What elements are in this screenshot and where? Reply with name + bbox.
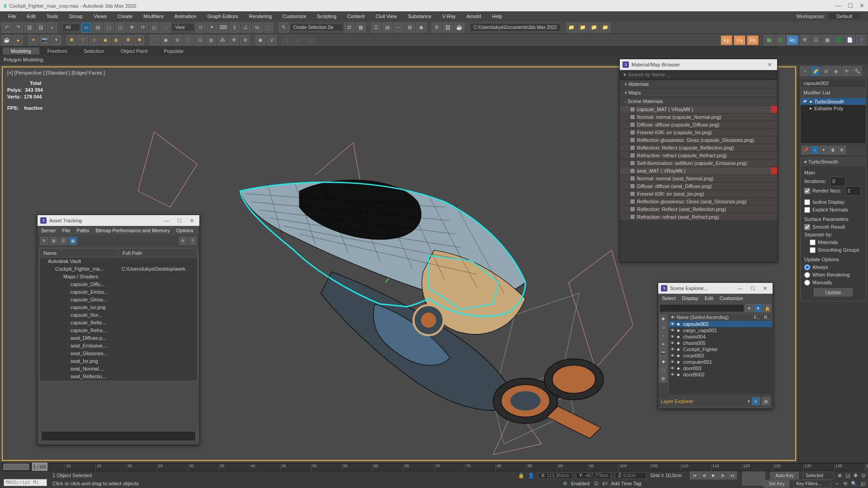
menu-substance[interactable]: Substance: [402, 12, 437, 20]
ribbon-tab-selection[interactable]: Selection: [75, 47, 112, 55]
filter-bone-icon[interactable]: ⊞: [659, 375, 667, 383]
area-icon[interactable]: ◆: [100, 35, 110, 45]
manipulate-icon[interactable]: ✦: [207, 23, 217, 33]
close-icon[interactable]: ✕: [859, 2, 864, 9]
key-filters-dropdown[interactable]: Key Filters...: [793, 480, 831, 488]
pivot-icon[interactable]: ⊙: [196, 23, 206, 33]
menu-file[interactable]: File: [3, 12, 22, 20]
maximize-icon[interactable]: ☐: [848, 2, 853, 9]
sphere-icon[interactable]: ●: [13, 35, 23, 45]
ribbon-tab-object paint[interactable]: Object Paint: [113, 47, 156, 55]
redo-icon[interactable]: ↷: [13, 23, 23, 33]
map-node[interactable]: Diffuse: diffuse (capsule_Diffuse.png): [620, 121, 777, 129]
scene-explorer-window[interactable]: 3 Scene Explorer... ― ☐ ✕ SelectDisplayE…: [658, 282, 773, 409]
menu-create[interactable]: Create: [112, 12, 138, 20]
omni-icon[interactable]: ✺: [66, 35, 76, 45]
scene-menu-select[interactable]: Select: [662, 296, 676, 301]
render-iters-spinner[interactable]: 2: [845, 186, 861, 196]
render-iters-check[interactable]: [804, 188, 810, 194]
photometric-icon[interactable]: ✹: [134, 35, 144, 45]
mat-editor-icon[interactable]: ◉: [416, 23, 426, 33]
unlink-icon[interactable]: ⛓: [36, 23, 46, 33]
tool-sep-icon[interactable]: |: [282, 35, 292, 45]
scene-object-row[interactable]: 👁◆chasis004: [669, 333, 772, 340]
scene-lock-icon[interactable]: 🔒: [763, 304, 771, 312]
pin-stack-icon[interactable]: 📌: [802, 146, 810, 154]
motion-tab-icon[interactable]: ◉: [831, 66, 841, 76]
filter-all-icon[interactable]: ◉: [659, 314, 667, 323]
ribbon-tab-populate[interactable]: Populate: [156, 47, 191, 55]
matbrowser-close-icon[interactable]: ✕: [765, 62, 774, 68]
filter-cam-icon[interactable]: 📷: [659, 349, 667, 357]
minimize-icon[interactable]: ―: [835, 2, 841, 9]
menu-views[interactable]: Views: [88, 12, 112, 20]
goto-start-icon[interactable]: |◂: [690, 471, 699, 479]
asset-row[interactable]: Maps / Shaders: [40, 273, 197, 281]
show-result-icon[interactable]: ⎌: [811, 146, 819, 154]
spinner-snap-icon[interactable]: ⬚: [264, 23, 274, 33]
teapot-icon[interactable]: ☕: [2, 35, 12, 45]
nav-4-icon[interactable]: ⊙: [861, 473, 865, 479]
scene-menu-customize[interactable]: Customize: [720, 296, 743, 301]
vis-icon[interactable]: 👁: [670, 360, 675, 364]
render-prod-icon[interactable]: ☕: [454, 23, 464, 33]
configure-icon[interactable]: ⚙: [838, 146, 846, 154]
filter-light-icon[interactable]: ☀: [659, 340, 667, 348]
asset-row[interactable]: seat_Normal....: [40, 365, 197, 373]
menu-v-ray[interactable]: V-Ray: [437, 12, 461, 20]
vis-icon[interactable]: 👁: [670, 347, 675, 352]
matbrowser-tree[interactable]: + Materials+ Maps- Scene Materialscapsul…: [620, 80, 777, 260]
scene-object-row[interactable]: 👁◆doorB002: [669, 371, 772, 378]
asset-close-icon[interactable]: ✕: [187, 218, 197, 224]
asset-row[interactable]: Autodesk Vault: [40, 258, 197, 265]
render-frame-icon[interactable]: 🖼: [443, 23, 453, 33]
asset-status-icon[interactable]: ⟳: [179, 237, 187, 245]
material-node[interactable]: capsule_MAT ( VRayMtl ): [620, 106, 777, 113]
vray-sphere-icon[interactable]: ◉: [255, 35, 265, 45]
particle-4-icon[interactable]: ◌: [184, 35, 193, 45]
menu-edit[interactable]: Edit: [22, 12, 41, 20]
menu-animation[interactable]: Animation: [169, 12, 202, 20]
scale-icon[interactable]: ◱: [149, 23, 159, 33]
add-time-tag[interactable]: Add Time Tag: [611, 481, 760, 486]
vis-icon[interactable]: 👁: [670, 334, 675, 339]
fb-icon[interactable]: Fb: [747, 35, 759, 45]
nav-8-icon[interactable]: ◱: [861, 481, 865, 487]
particle-1-icon[interactable]: ∷: [150, 35, 160, 45]
placement-icon[interactable]: ⬚: [160, 23, 170, 33]
map-node[interactable]: Fresnel IOR: ior (capsule_Ior.png): [620, 129, 777, 136]
rc-icon[interactable]: Rc: [787, 35, 798, 45]
menu-graph-editors[interactable]: Graph Editors: [202, 12, 244, 20]
named-selection-dropdown[interactable]: Create Selection Se: [290, 23, 343, 31]
tag-icon[interactable]: 🏷: [602, 481, 607, 486]
update-button[interactable]: Update: [814, 288, 852, 296]
smooth-check[interactable]: [804, 224, 810, 230]
asset-min-icon[interactable]: ―: [161, 218, 172, 223]
tree-icon[interactable]: 🌲: [834, 35, 844, 45]
y-coord-field[interactable]: Y: -407,778cm: [576, 472, 612, 479]
asset-row[interactable]: Cockpit_Fighter_ma...C:\Users\lukya\Desk…: [40, 265, 197, 273]
menu-help[interactable]: Help: [486, 12, 508, 20]
nav-1-icon[interactable]: ⊕: [838, 473, 842, 479]
mat-group[interactable]: + Materials: [620, 80, 777, 89]
percent-snap-icon[interactable]: %: [252, 23, 262, 33]
select-name-icon[interactable]: ▤: [93, 23, 103, 33]
scene-col-name[interactable]: Name (Sorted Ascending): [675, 314, 752, 321]
particle-9-icon[interactable]: ⊚: [240, 35, 250, 45]
map-node[interactable]: Reflection glossiness: Gloss (capsule_Gl…: [620, 136, 777, 144]
menu-modifiers[interactable]: Modifiers: [138, 12, 169, 20]
menu-group[interactable]: Group: [63, 12, 88, 20]
mat-group[interactable]: + Maps: [620, 89, 777, 97]
curve-editor-icon[interactable]: 〰: [394, 23, 404, 33]
fs-icon[interactable]: Fs: [734, 35, 745, 45]
play-icon[interactable]: ▶: [709, 471, 718, 479]
scene-object-row[interactable]: 👁◆Cockpit_Fighter: [669, 346, 772, 352]
filter-shape-icon[interactable]: ○: [659, 332, 667, 340]
eye-icon[interactable]: 👁: [802, 99, 808, 104]
scene-filter-icon[interactable]: ▼: [754, 304, 762, 312]
viewport-label[interactable]: [+] [Perspective ] [Standard ] [Edged Fa…: [7, 70, 105, 75]
scene-object-row[interactable]: 👁◆door003: [669, 365, 772, 371]
schematic-icon[interactable]: ⊞: [405, 23, 415, 33]
ribbon-tab-modeling[interactable]: Modeling: [3, 47, 39, 55]
link-icon[interactable]: ⛓: [24, 23, 34, 33]
